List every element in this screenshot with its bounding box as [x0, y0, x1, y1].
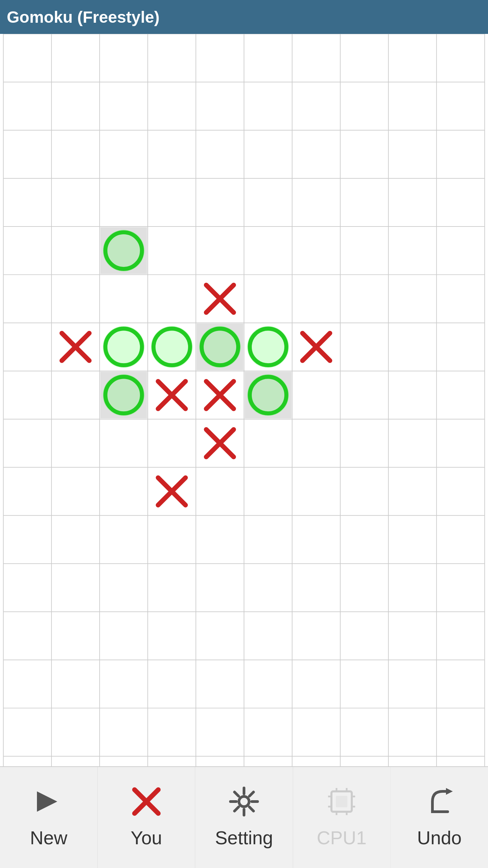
new-arrow-icon	[34, 786, 64, 822]
svg-line-76	[235, 807, 239, 811]
new-label: New	[30, 827, 67, 849]
svg-line-74	[249, 807, 253, 811]
title-bar: Gomoku (Freestyle)	[0, 0, 488, 34]
you-label: You	[130, 827, 162, 849]
app-title: Gomoku (Freestyle)	[7, 8, 160, 26]
cpu1-icon	[326, 786, 357, 822]
svg-point-59	[247, 374, 289, 416]
bottom-bar: New You	[0, 766, 488, 868]
svg-point-42	[151, 326, 193, 368]
you-x-icon	[131, 786, 162, 822]
svg-marker-65	[37, 791, 57, 812]
gear-icon	[229, 786, 259, 822]
svg-point-47	[247, 326, 289, 368]
undo-arrow-icon	[424, 786, 454, 822]
game-board[interactable]	[0, 34, 488, 766]
svg-point-34	[103, 230, 145, 272]
svg-point-52	[103, 374, 145, 416]
cpu1-label: CPU1	[317, 827, 367, 849]
svg-marker-87	[446, 788, 453, 795]
svg-line-75	[249, 792, 253, 796]
cpu1-button: CPU1	[293, 767, 391, 868]
svg-point-40	[103, 326, 145, 368]
svg-point-68	[239, 796, 249, 807]
setting-button[interactable]: Setting	[195, 767, 293, 868]
you-button[interactable]: You	[98, 767, 195, 868]
svg-point-45	[199, 326, 241, 368]
setting-label: Setting	[215, 827, 273, 849]
new-button[interactable]: New	[0, 767, 98, 868]
undo-label: Undo	[417, 827, 462, 849]
undo-button[interactable]: Undo	[391, 767, 488, 868]
svg-line-73	[235, 792, 239, 796]
svg-rect-78	[336, 796, 347, 807]
